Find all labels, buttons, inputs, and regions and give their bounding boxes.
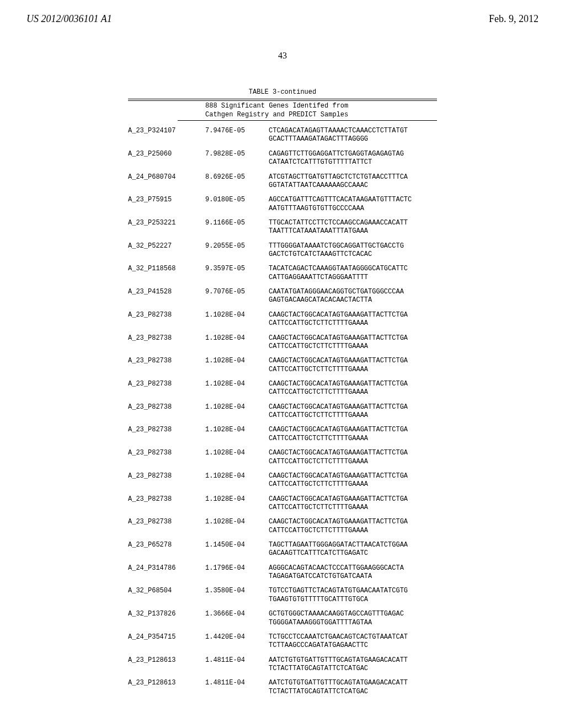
table-row: A_23_P827381.1028E-04CAAGCTACTGGCACATAGT… xyxy=(128,518,437,535)
table-row: A_23_P1286131.4811E-04AATCTGTGTGATTGTTTG… xyxy=(128,656,437,673)
gene-value: 1.3666E-04 xyxy=(205,610,269,627)
gene-value: 7.9476E-05 xyxy=(205,127,269,144)
gene-id: A_23_P82738 xyxy=(128,449,205,466)
subtitle-line-2: Cathgen Registry and PREDICT Samples xyxy=(205,111,437,119)
gene-seq: TACATCAGACTCAAAGGTAATAGGGGCATGCATTC CATT… xyxy=(269,265,437,282)
gene-id: A_24_P354715 xyxy=(128,633,205,650)
gene-seq: CTCAGACATAGAGTTAAAACTCAAACCTCTTATGT GCAC… xyxy=(269,127,437,144)
gene-seq: CAAGCTACTGGCACATAGTGAAAGATTACTTCTGA CATT… xyxy=(269,380,437,397)
gene-id: A_23_P82738 xyxy=(128,357,205,374)
gene-seq: CAAGCTACTGGCACATAGTGAAAGATTACTTCTGA CATT… xyxy=(269,449,437,466)
gene-value: 1.1028E-04 xyxy=(205,380,269,397)
page-number: 43 xyxy=(278,51,287,61)
gene-id: A_32_P52227 xyxy=(128,242,205,259)
gene-seq: CAATATGATAGGGAACAGGTGCTGATGGGCCCAA GAGTG… xyxy=(269,288,437,305)
table-row: A_23_P827381.1028E-04CAAGCTACTGGCACATAGT… xyxy=(128,380,437,397)
gene-id: A_32_P118568 xyxy=(128,265,205,282)
table-row: A_23_P827381.1028E-04CAAGCTACTGGCACATAGT… xyxy=(128,403,437,420)
gene-value: 1.3580E-04 xyxy=(205,587,269,604)
publication-date: Feb. 9, 2012 xyxy=(489,13,539,25)
table-row: A_23_P652781.1450E-04TAGCTTAGAATTGGGAGGA… xyxy=(128,541,437,558)
gene-seq: CAAGCTACTGGCACATAGTGAAAGATTACTTCTGA CATT… xyxy=(269,311,437,328)
gene-id: A_23_P128613 xyxy=(128,656,205,673)
gene-id: A_23_P82738 xyxy=(128,472,205,489)
table-row: A_23_P759159.0180E-05AGCCATGATTTCAGTTTCA… xyxy=(128,196,437,213)
table-subtitle: 888 Significant Genes Identifed from Cat… xyxy=(205,102,437,119)
gene-value: 1.1028E-04 xyxy=(205,357,269,374)
gene-value: 1.4811E-04 xyxy=(205,679,269,696)
gene-value: 1.1450E-04 xyxy=(205,541,269,558)
gene-id: A_23_P82738 xyxy=(128,426,205,443)
table-row: A_23_P827381.1028E-04CAAGCTACTGGCACATAGT… xyxy=(128,449,437,466)
table-row: A_23_P827381.1028E-04CAAGCTACTGGCACATAGT… xyxy=(128,472,437,489)
rule-subtitle xyxy=(178,120,437,121)
table-row: A_24_P3547151.4420E-04TCTGCCTCCAAATCTGAA… xyxy=(128,633,437,650)
gene-seq: CAAGCTACTGGCACATAGTGAAAGATTACTTCTGA CATT… xyxy=(269,518,437,535)
gene-id: A_23_P324107 xyxy=(128,127,205,144)
gene-id: A_23_P82738 xyxy=(128,518,205,535)
gene-value: 1.1028E-04 xyxy=(205,495,269,512)
table-row: A_23_P2532219.1166E-05TTGCACTATTCCTTCTCC… xyxy=(128,219,437,236)
gene-seq: CAGAGTTCTTGGAGGATTCTGAGGTAGAGAGTAG CATAA… xyxy=(269,150,437,167)
gene-value: 1.1028E-04 xyxy=(205,449,269,466)
table-row: A_23_P827381.1028E-04CAAGCTACTGGCACATAGT… xyxy=(128,495,437,512)
table-row: A_32_P685041.3580E-04TGTCCTGAGTTCTACAGTA… xyxy=(128,587,437,604)
gene-value: 9.7076E-05 xyxy=(205,288,269,305)
gene-id: A_32_P137826 xyxy=(128,610,205,627)
gene-seq: CAAGCTACTGGCACATAGTGAAAGATTACTTCTGA CATT… xyxy=(269,426,437,443)
table-row: A_23_P1286131.4811E-04AATCTGTGTGATTGTTTG… xyxy=(128,679,437,696)
table-row: A_24_P6807048.6926E-05ATCGTAGCTTGATGTTAG… xyxy=(128,173,437,190)
gene-seq: TTTGGGGATAAAATCTGGCAGGATTGCTGACCTG GACTC… xyxy=(269,242,437,259)
gene-value: 1.1028E-04 xyxy=(205,311,269,328)
table-row: A_32_P1185689.3597E-05TACATCAGACTCAAAGGT… xyxy=(128,265,437,282)
gene-value: 7.9828E-05 xyxy=(205,150,269,167)
gene-value: 9.0180E-05 xyxy=(205,196,269,213)
gene-value: 9.1166E-05 xyxy=(205,219,269,236)
gene-id: A_23_P25060 xyxy=(128,150,205,167)
table-row: A_32_P522279.2055E-05TTTGGGGATAAAATCTGGC… xyxy=(128,242,437,259)
gene-id: A_32_P68504 xyxy=(128,587,205,604)
table-row: A_24_P3147861.1796E-04AGGGCACAGTACAACTCC… xyxy=(128,564,437,581)
table-row: A_23_P827381.1028E-04CAAGCTACTGGCACATAGT… xyxy=(128,311,437,328)
gene-seq: AATCTGTGTGATTGTTTGCAGTATGAAGACACATT TCTA… xyxy=(269,679,437,696)
gene-value: 9.2055E-05 xyxy=(205,242,269,259)
table-row: A_23_P827381.1028E-04CAAGCTACTGGCACATAGT… xyxy=(128,357,437,374)
gene-seq: TTGCACTATTCCTTCTCCAAGCCAGAAACCACATT TAAT… xyxy=(269,219,437,236)
gene-seq: TCTGCCTCCAAATCTGAACAGTCACTGTAAATCAT TCTT… xyxy=(269,633,437,650)
table-row: A_23_P250607.9828E-05CAGAGTTCTTGGAGGATTC… xyxy=(128,150,437,167)
table-rows: A_23_P3241077.9476E-05CTCAGACATAGAGTTAAA… xyxy=(128,127,437,696)
gene-seq: CAAGCTACTGGCACATAGTGAAAGATTACTTCTGA CATT… xyxy=(269,472,437,489)
gene-seq: TGTCCTGAGTTCTACAGTATGTGAACAATATCGTG TGAA… xyxy=(269,587,437,604)
gene-value: 1.1796E-04 xyxy=(205,564,269,581)
gene-seq: TAGCTTAGAATTGGGAGGATACTTAACATCTGGAA GACA… xyxy=(269,541,437,558)
table-row: A_23_P415289.7076E-05CAATATGATAGGGAACAGG… xyxy=(128,288,437,305)
gene-id: A_23_P253221 xyxy=(128,219,205,236)
subtitle-line-1: 888 Significant Genes Identifed from xyxy=(205,102,437,110)
gene-id: A_23_P65278 xyxy=(128,541,205,558)
gene-value: 1.1028E-04 xyxy=(205,334,269,351)
gene-id: A_23_P75915 xyxy=(128,196,205,213)
gene-seq: CAAGCTACTGGCACATAGTGAAAGATTACTTCTGA CATT… xyxy=(269,495,437,512)
table-row: A_23_P3241077.9476E-05CTCAGACATAGAGTTAAA… xyxy=(128,127,437,144)
table-3-continued: TABLE 3-continued 888 Significant Genes … xyxy=(128,88,437,696)
gene-id: A_23_P128613 xyxy=(128,679,205,696)
gene-seq: CAAGCTACTGGCACATAGTGAAAGATTACTTCTGA CATT… xyxy=(269,334,437,351)
page-header: US 2012/0036101 A1 Feb. 9, 2012 xyxy=(0,0,565,25)
gene-value: 1.1028E-04 xyxy=(205,472,269,489)
gene-value: 1.1028E-04 xyxy=(205,403,269,420)
gene-value: 1.4811E-04 xyxy=(205,656,269,673)
table-row: A_23_P827381.1028E-04CAAGCTACTGGCACATAGT… xyxy=(128,426,437,443)
gene-id: A_24_P680704 xyxy=(128,173,205,190)
rule-top xyxy=(128,99,437,99)
gene-value: 9.3597E-05 xyxy=(205,265,269,282)
gene-seq: GCTGTGGGCTAAAACAAGGTAGCCAGTTTGAGAC TGGGG… xyxy=(269,610,437,627)
gene-id: A_23_P82738 xyxy=(128,380,205,397)
table-row: A_32_P1378261.3666E-04GCTGTGGGCTAAAACAAG… xyxy=(128,610,437,627)
gene-value: 1.1028E-04 xyxy=(205,426,269,443)
publication-number: US 2012/0036101 A1 xyxy=(26,13,112,25)
gene-id: A_24_P314786 xyxy=(128,564,205,581)
gene-id: A_23_P82738 xyxy=(128,495,205,512)
gene-seq: AGCCATGATTTCAGTTTCACATAAGAATGTTTACTC AAT… xyxy=(269,196,437,213)
table-row: A_23_P827381.1028E-04CAAGCTACTGGCACATAGT… xyxy=(128,334,437,351)
rule-top-2 xyxy=(128,100,437,101)
